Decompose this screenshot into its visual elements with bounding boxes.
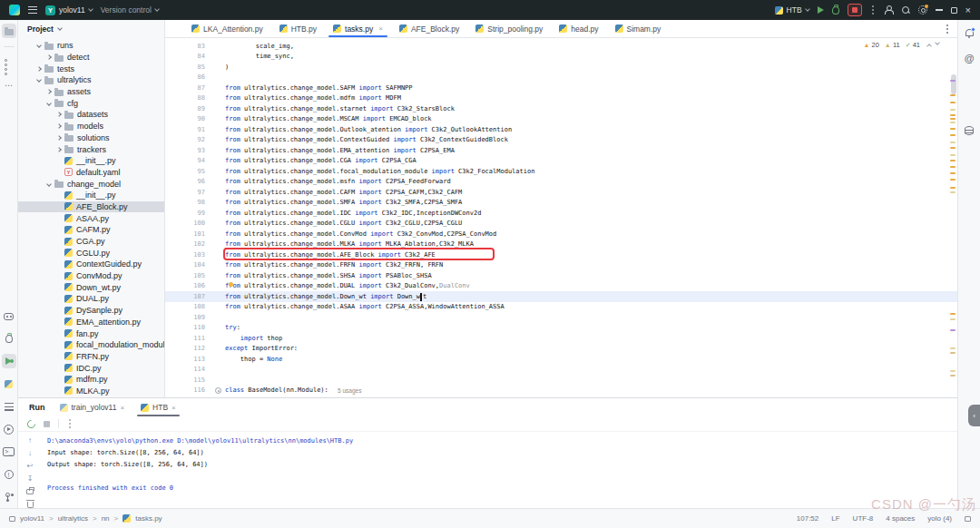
run-config-selector[interactable]: HTB <box>775 5 809 15</box>
tree-item-focal-modulation-module-py[interactable]: focal_modulation_module.py <box>18 339 164 351</box>
tree-item-runs[interactable]: runs <box>18 40 164 52</box>
tree-item-frfn-py[interactable]: FRFN.py <box>18 351 164 363</box>
console-output[interactable]: D:\anaconda3\envs\yolo\python.exe D:\mod… <box>42 432 957 508</box>
clear-console-icon[interactable] <box>27 499 34 508</box>
code-line-93[interactable]: 93from ultralytics.change_model.EMA_atte… <box>165 145 957 156</box>
breadcrumb-item[interactable]: nn <box>102 514 110 523</box>
database-tool-button[interactable] <box>962 123 976 138</box>
maximize-button[interactable] <box>951 7 957 14</box>
tree-item--init-py[interactable]: __init__.py <box>18 190 164 201</box>
tree-item-down-wt-py[interactable]: Down_wt.py <box>18 281 164 293</box>
debug-tool-button[interactable] <box>2 331 16 346</box>
tree-item-idc-py[interactable]: IDC.py <box>18 362 164 374</box>
tree-item-trackers[interactable]: trackers <box>18 143 164 155</box>
tree-item-cglu-py[interactable]: CGLU.py <box>18 247 164 259</box>
chevron-right-icon[interactable] <box>56 147 62 152</box>
breadcrumb-item[interactable]: yolov11 <box>20 514 44 523</box>
down-stack-trace-icon[interactable]: ↓ <box>28 448 32 457</box>
chevron-down-icon[interactable] <box>36 78 42 83</box>
code-line-105[interactable]: 105from ultralytics.change_model.SHSA im… <box>165 270 957 281</box>
code-line-113[interactable]: 113 thop = None <box>165 354 957 365</box>
tree-item--init-py[interactable]: __init__.py <box>18 155 164 167</box>
tree-item-change-model[interactable]: change_model <box>18 178 164 190</box>
code-line-89[interactable]: 89from ultralytics.change_model.starnet … <box>165 103 957 114</box>
code-line-97[interactable]: 97from ultralytics.change_model.CAFM imp… <box>165 187 957 198</box>
run-tab-train_yolov11[interactable]: train_yolov11× <box>56 398 129 416</box>
code-line-115[interactable]: 115 <box>165 375 957 386</box>
code-line-83[interactable]: 83 scale_img, <box>165 41 957 52</box>
tree-item-assets[interactable]: assets <box>18 86 164 98</box>
tree-item-dysanple-py[interactable]: DySanple.py <box>18 305 164 317</box>
chevron-right-icon[interactable] <box>46 89 52 94</box>
ai-chat-tool-button[interactable]: @ <box>962 51 976 65</box>
minimize-button[interactable] <box>936 9 943 10</box>
structure-tool-button[interactable] <box>2 55 16 70</box>
print-icon[interactable] <box>26 486 34 495</box>
code-line-96[interactable]: 96from ultralytics.change_model.msfn imp… <box>165 177 957 188</box>
breadcrumb-item[interactable]: ultralytics <box>58 514 88 523</box>
tab-close-icon[interactable]: × <box>120 404 124 412</box>
status-item-4-spaces[interactable]: 4 spaces <box>886 514 915 523</box>
tree-item-asaa-py[interactable]: ASAA.py <box>18 212 164 224</box>
tab-close-icon[interactable]: × <box>172 404 176 412</box>
tree-item-cafm-py[interactable]: CAFM.py <box>18 224 164 236</box>
tree-item-dual-py[interactable]: DUAL.py <box>18 293 164 305</box>
python-console-tool-button[interactable] <box>2 376 16 391</box>
error-stripe[interactable] <box>948 38 957 397</box>
code-line-110[interactable]: 110try: <box>165 323 957 334</box>
git-tool-button[interactable] <box>2 490 16 504</box>
chevron-down-icon[interactable] <box>46 101 52 106</box>
code-line-99[interactable]: 99from ultralytics.change_model.IDC impo… <box>165 208 957 219</box>
code-line-90[interactable]: 90from ultralytics.change_model.MSCAM im… <box>165 114 957 125</box>
chevron-down-icon[interactable] <box>36 44 42 49</box>
chevron-right-icon[interactable] <box>56 123 62 129</box>
project-switcher[interactable]: Y yolov11 <box>45 5 93 15</box>
problems-tool-button[interactable]: ! <box>2 467 16 482</box>
tree-item-fan-py[interactable]: fan.py <box>18 328 164 339</box>
tree-item-default-yaml[interactable]: Ydefault.yaml <box>18 167 164 179</box>
main-menu-icon[interactable] <box>28 6 37 14</box>
stop-button[interactable] <box>848 4 862 16</box>
code-line-98[interactable]: 98from ultralytics.change_model.SMFA imp… <box>165 198 957 209</box>
collapsed-panel-handle[interactable]: ‹ <box>968 405 980 426</box>
code-line-106[interactable]: 106from ultralytics.change_model.DUAL im… <box>165 281 957 292</box>
run-tool-button[interactable] <box>2 354 16 368</box>
chevron-right-icon[interactable] <box>56 112 62 118</box>
code-line-111[interactable]: 111 import thop <box>165 333 957 344</box>
tree-item-cfg[interactable]: cfg <box>18 97 164 109</box>
code-line-101[interactable]: 101from ultralytics.change_model.ConvMod… <box>165 229 957 240</box>
editor-tab-afe_block-py[interactable]: AFE_Block.py <box>391 20 467 37</box>
code-line-91[interactable]: 91from ultralytics.change_model.Outlook_… <box>165 124 957 135</box>
code-line-116[interactable]: 116class BaseModel(nn.Module): 5 usages <box>165 386 957 396</box>
close-button[interactable]: × <box>965 5 971 15</box>
up-stack-trace-icon[interactable]: ↑ <box>28 435 32 445</box>
code-line-109[interactable]: 109 <box>165 312 957 323</box>
status-item-107-52[interactable]: 107:52 <box>797 514 818 523</box>
tab-options-icon[interactable] <box>946 28 948 30</box>
code-line-88[interactable]: 88from ultralytics.change_model.mdfm imp… <box>165 93 957 104</box>
more-actions-icon[interactable] <box>872 9 874 11</box>
code-line-114[interactable]: 114 <box>165 365 957 376</box>
settings-gear-icon[interactable] <box>918 5 927 15</box>
scrollbar-thumb[interactable] <box>951 74 956 94</box>
status-item-utf-8[interactable]: UTF-8 <box>853 514 874 523</box>
vcs-menu[interactable]: Version control <box>101 5 159 15</box>
services-tool-button[interactable] <box>2 422 16 436</box>
code-line-103[interactable]: 103from ultralytics.change_model.AFE_Blo… <box>165 249 957 260</box>
tree-item-models[interactable]: models <box>18 121 164 132</box>
code-line-95[interactable]: 95from ultralytics.change_model.focal_mo… <box>165 166 957 177</box>
code-with-me-icon[interactable] <box>884 5 893 15</box>
editor-tab-lka_attention-py[interactable]: LKA_Attention.py <box>183 20 271 37</box>
run-button[interactable] <box>818 6 824 14</box>
stop-disabled-icon[interactable] <box>44 421 50 427</box>
code-line-86[interactable]: 86 <box>165 73 957 83</box>
project-tool-button[interactable] <box>2 24 16 38</box>
tree-item-mlka-py[interactable]: MLKA.py <box>18 386 164 397</box>
more-icon[interactable] <box>69 423 71 425</box>
terminal-tool-button[interactable]: >_ <box>2 445 16 459</box>
code-line-92[interactable]: 92from ultralytics.change_model.ContextG… <box>165 135 957 146</box>
more-tools-button[interactable]: ⋯ <box>2 78 16 93</box>
ai-assistant-tool-button[interactable] <box>2 308 16 323</box>
services-layers-tool-button[interactable] <box>2 399 16 414</box>
chevron-down-icon[interactable] <box>57 25 63 31</box>
